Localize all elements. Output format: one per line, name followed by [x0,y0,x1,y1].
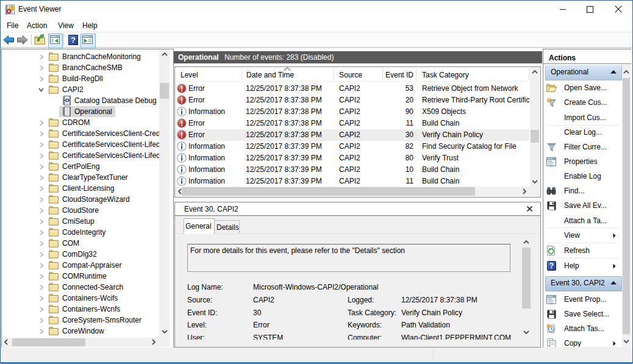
svg-text:?: ? [71,35,76,45]
svg-text:?: ? [549,262,554,270]
